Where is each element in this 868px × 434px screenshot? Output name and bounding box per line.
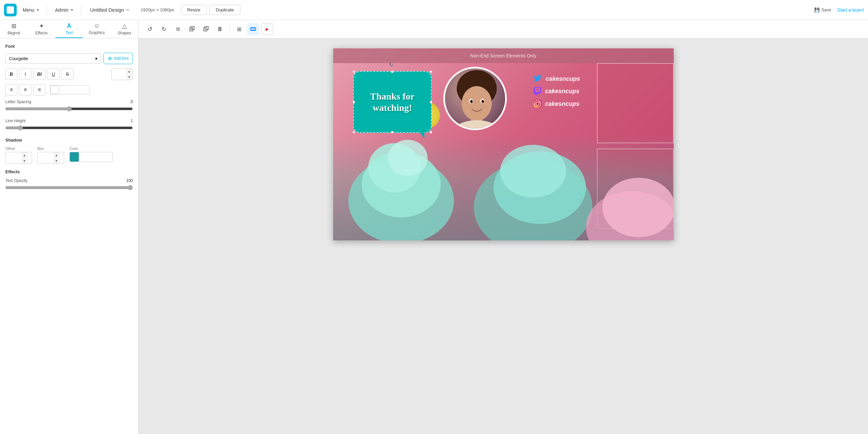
resize-handle-bl[interactable] — [352, 131, 355, 133]
resize-handle-br[interactable] — [430, 131, 432, 133]
instagram-icon — [533, 100, 541, 108]
resize-handle-mr[interactable] — [430, 101, 432, 103]
shadow-grid: Offset 2 ▲ ▼ Blur 6 ▲ — [5, 147, 133, 164]
admin-button[interactable]: Admin ▾ — [52, 5, 76, 15]
bring-fwd-icon — [203, 26, 209, 32]
send-back-button[interactable] — [186, 23, 198, 35]
tab-effects[interactable]: ✦ Effects — [28, 20, 55, 38]
shadow-blur-ctrl: 6 ▲ ▼ — [37, 152, 64, 164]
admin-chevron: ▾ — [71, 8, 73, 12]
font-size-input[interactable]: 68 — [112, 70, 126, 78]
menu-chevron: ▾ — [37, 8, 39, 12]
align-button[interactable] — [247, 23, 259, 35]
canvas-background: Non-End Screen Elements Only ↻ Thanks fo… — [333, 49, 674, 240]
align-left-button[interactable]: ≡ — [5, 84, 18, 95]
shapes-icon: △ — [122, 22, 127, 30]
svg-point-14 — [470, 100, 473, 103]
shadow-color-input[interactable]: #1d9ca3 — [79, 153, 106, 161]
social-links: cakesncups cakesncups — [533, 75, 580, 108]
bold-italic-button[interactable]: BI — [33, 68, 45, 80]
twitch-icon — [533, 87, 541, 95]
add-font-button[interactable]: ⊕ Add font — [103, 53, 133, 64]
right-box-top[interactable] — [597, 63, 674, 143]
svg-rect-6 — [250, 28, 251, 30]
logo-inner — [7, 6, 14, 14]
duplicate-button[interactable]: Duplicate — [209, 5, 240, 15]
strikethrough-button[interactable]: S — [61, 68, 73, 80]
resize-handle-tr[interactable] — [430, 70, 432, 73]
edit-icon: ✏ — [126, 7, 129, 12]
font-select[interactable]: Courgette ▾ — [5, 54, 101, 64]
shadow-offset-down[interactable]: ▼ — [21, 158, 28, 163]
align-center-button[interactable]: ≡ — [19, 84, 31, 95]
resize-handle-tl[interactable] — [352, 70, 355, 73]
letter-spacing-label-row: Letter Spacing 0 — [5, 99, 133, 104]
canvas-area: Non-End Screen Elements Only ↻ Thanks fo… — [138, 38, 868, 434]
svg-point-28 — [500, 145, 566, 197]
twitter-icon — [533, 75, 542, 83]
speech-bubble[interactable]: ↻ Thanks forwatching! — [353, 71, 432, 133]
youtube-button[interactable]: ▶ — [261, 23, 273, 35]
shapes-label: Shapes — [118, 31, 131, 35]
menu-button[interactable]: Menu ▾ — [19, 5, 42, 15]
underline-button[interactable]: U — [48, 68, 59, 80]
font-family-row: Courgette ▾ ⊕ Add font — [5, 53, 133, 64]
format-row: B I BI U S 68 ▲ ▼ — [5, 68, 133, 80]
delete-button[interactable]: 🗑 — [214, 23, 226, 35]
profile-image[interactable] — [443, 67, 507, 130]
opacity-slider[interactable] — [5, 185, 133, 190]
bold-button[interactable]: B — [5, 68, 18, 80]
rotate-handle[interactable]: ↻ — [389, 62, 396, 68]
color-hex-input[interactable]: #ffffff — [59, 86, 89, 94]
resize-handle-ml[interactable] — [352, 101, 355, 103]
left-panel: Font Courgette ▾ ⊕ Add font B I BI U S 6… — [0, 38, 138, 434]
copy-button[interactable]: ⧉ — [172, 23, 184, 35]
shadow-blur-arrows: ▲ ▼ — [53, 152, 60, 163]
undo-button[interactable]: ↺ — [144, 23, 156, 35]
main-layout: Font Courgette ▾ ⊕ Add font B I BI U S 6… — [0, 38, 868, 434]
italic-button[interactable]: I — [19, 68, 31, 80]
tab-shapes[interactable]: △ Shapes — [111, 20, 138, 38]
start-team-link[interactable]: Start a team! — [837, 7, 864, 13]
plus-icon: ⊕ — [108, 55, 112, 61]
canvas-dimensions: 1920px × 1080px — [136, 7, 178, 12]
effects-icon: ✦ — [39, 22, 44, 30]
line-height-section: Line Height 1 — [5, 119, 133, 131]
canvas-frame[interactable]: Non-End Screen Elements Only ↻ Thanks fo… — [333, 49, 674, 240]
letter-spacing-slider[interactable] — [5, 106, 133, 112]
graphics-icon: ☺ — [94, 22, 100, 29]
shadow-offset-field: Offset 2 ▲ ▼ — [5, 147, 32, 164]
app-logo[interactable] — [4, 4, 17, 17]
opacity-label-row: Text Opacity 100 — [5, 178, 133, 183]
svg-point-21 — [539, 101, 540, 102]
resize-handle-tm[interactable] — [391, 70, 394, 73]
resize-button[interactable]: Resize — [181, 5, 207, 15]
resize-handle-bm[interactable] — [391, 131, 394, 133]
instagram-item: cakesncups — [533, 100, 580, 108]
tab-text[interactable]: A Text — [55, 20, 83, 38]
notice-bar: Non-End Screen Elements Only — [333, 49, 674, 63]
align-right-button[interactable]: ≡ — [33, 84, 45, 95]
save-button[interactable]: 💾 Save — [811, 5, 835, 14]
bring-fwd-button[interactable] — [200, 23, 212, 35]
font-size-down[interactable]: ▼ — [126, 74, 132, 80]
shadow-color-swatch[interactable] — [70, 152, 79, 162]
opacity-label: Text Opacity — [5, 178, 27, 183]
svg-rect-2 — [205, 26, 208, 30]
font-size-up[interactable]: ▲ — [126, 68, 132, 74]
tab-bkgrnd[interactable]: ⊞ Bkgrnd — [0, 20, 28, 38]
redo-button[interactable]: ↻ — [158, 23, 170, 35]
shadow-blur-down[interactable]: ▼ — [53, 158, 60, 163]
design-title[interactable]: Untitled Design ✏ — [86, 5, 134, 15]
shadow-offset-up[interactable]: ▲ — [21, 152, 28, 158]
shadow-offset-input[interactable]: 2 — [6, 154, 21, 162]
text-color-swatch[interactable] — [51, 86, 59, 94]
twitter-handle: cakesncups — [546, 75, 580, 83]
save-label: Save — [821, 7, 831, 12]
svg-point-30 — [602, 178, 674, 237]
line-height-slider[interactable] — [5, 125, 133, 130]
tab-graphics[interactable]: ☺ Graphics — [83, 20, 111, 38]
shadow-blur-up[interactable]: ▲ — [53, 152, 60, 158]
shadow-blur-input[interactable]: 6 — [38, 154, 53, 162]
grid-button[interactable]: ⊞ — [233, 23, 245, 35]
